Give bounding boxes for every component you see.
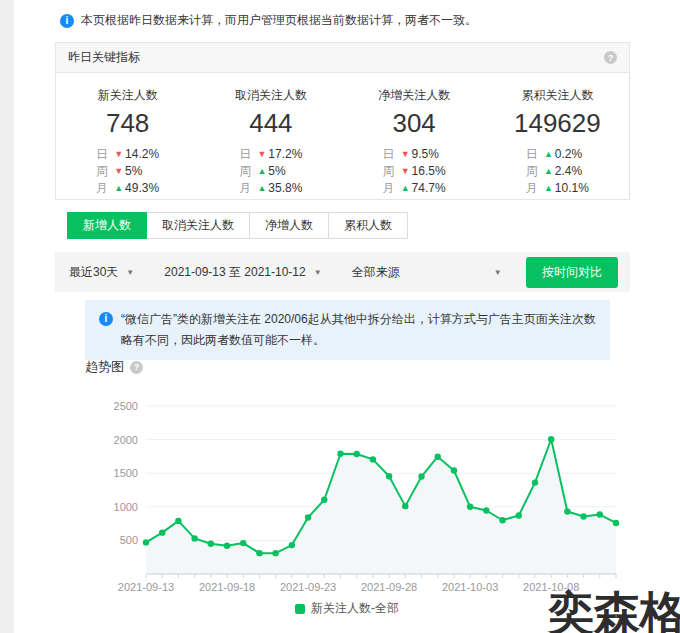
trend-chart-title: 趋势图 [85,358,124,376]
metric-value: 748 [106,108,149,139]
arrow-up-icon: ▲ [542,180,555,197]
trend-period: 周 [383,163,399,180]
trend-period: 月 [526,180,542,197]
filter-bar: 最近30天 ▼ 2021-09-13 至 2021-10-12 ▼ 全部来源 ▼… [55,252,630,292]
metric-tabs: 新增人数取消关注人数净增人数累积人数 [67,212,408,239]
trend-period: 周 [96,163,112,180]
trend-period: 周 [526,163,542,180]
metric-trends: 日▼17.2%周▲5%月▲35.8% [239,146,302,197]
metrics-card-body: 新关注人数748日▼14.2%周▼5%月▲49.3%取消关注人数444日▼17.… [56,73,629,197]
trend-value: 9.5% [412,146,439,163]
trend-line-chart: 50010001500200025002021-09-132021-09-182… [100,384,630,608]
trend-period: 月 [239,180,255,197]
trend-period: 周 [239,163,255,180]
question-mark-icon[interactable]: ? [130,361,143,374]
trend-chart-header: 趋势图 ? [85,358,143,376]
metrics-card-title: 昨日关键指标 [68,49,140,66]
sidebar-edge [0,0,14,633]
svg-text:2021-09-13: 2021-09-13 [118,581,174,593]
trend-value: 49.3% [125,180,159,197]
arrow-up-icon: ▲ [255,163,268,180]
trend-line-chart-svg: 50010001500200025002021-09-132021-09-182… [100,384,630,608]
svg-text:1500: 1500 [114,467,138,479]
svg-text:2021-10-03: 2021-10-03 [442,581,498,593]
top-notice: i 本页根据昨日数据来计算，而用户管理页根据当前数据计算，两者不一致。 [60,12,680,29]
trend-row: 周▲2.4% [526,163,589,180]
trend-value: 16.5% [412,163,446,180]
info-icon: i [60,14,74,28]
metric-label: 取消关注人数 [235,87,307,104]
metric-label: 新关注人数 [98,87,158,104]
tab-4[interactable]: 累积人数 [328,212,408,239]
legend-label: 新关注人数-全部 [311,600,399,617]
trend-row: 日▼17.2% [239,146,302,163]
trend-row: 月▲35.8% [239,180,302,197]
arrow-down-icon: ▼ [399,146,412,163]
arrow-up-icon: ▲ [542,146,555,163]
chevron-down-icon: ▼ [494,268,502,277]
legend-swatch-icon [295,604,305,614]
arrow-down-icon: ▼ [255,146,268,163]
trend-value: 5% [268,163,285,180]
trend-row: 周▼16.5% [383,163,446,180]
trend-period: 日 [239,146,255,163]
arrow-up-icon: ▲ [542,163,555,180]
chevron-down-icon: ▼ [314,268,322,277]
date-range-dropdown[interactable]: 2021-09-13 至 2021-10-12 ▼ [164,264,321,281]
trend-row: 周▼5% [96,163,159,180]
svg-text:2021-09-23: 2021-09-23 [280,581,336,593]
question-mark-icon[interactable]: ? [604,51,617,64]
metric-trends: 日▲0.2%周▲2.4%月▲10.1% [526,146,589,197]
trend-value: 14.2% [125,146,159,163]
metric-column: 取消关注人数444日▼17.2%周▲5%月▲35.8% [199,87,342,197]
trend-row: 日▲0.2% [526,146,589,163]
yesterday-key-metrics-card: 昨日关键指标 ? 新关注人数748日▼14.2%周▼5%月▲49.3%取消关注人… [55,42,630,200]
compare-by-time-button[interactable]: 按时间对比 [526,257,618,288]
arrow-up-icon: ▲ [112,180,125,197]
trend-period: 月 [96,180,112,197]
trend-value: 2.4% [555,163,582,180]
trend-value: 17.2% [268,146,302,163]
arrow-down-icon: ▼ [112,163,125,180]
metric-trends: 日▼14.2%周▼5%月▲49.3% [96,146,159,197]
trend-row: 月▲10.1% [526,180,589,197]
tab-3[interactable]: 净增人数 [249,212,329,239]
time-range-dropdown[interactable]: 最近30天 ▼ [69,264,134,281]
tab-1[interactable]: 新增人数 [67,212,147,239]
metrics-card-header: 昨日关键指标 ? [56,43,629,73]
trend-row: 周▲5% [239,163,302,180]
svg-text:2021-09-18: 2021-09-18 [199,581,255,593]
trend-period: 日 [526,146,542,163]
svg-text:1000: 1000 [114,501,138,513]
notice-text: 本页根据昨日数据来计算，而用户管理页根据当前数据计算，两者不一致。 [81,12,477,29]
arrow-down-icon: ▼ [112,146,125,163]
chevron-down-icon: ▼ [126,268,134,277]
metric-value: 304 [392,108,435,139]
trend-value: 35.8% [268,180,302,197]
arrow-down-icon: ▼ [399,163,412,180]
trend-value: 10.1% [555,180,589,197]
metric-column: 新关注人数748日▼14.2%周▼5%月▲49.3% [56,87,199,197]
svg-text:2021-09-28: 2021-09-28 [361,581,417,593]
metric-value: 149629 [514,108,601,139]
metric-label: 净增关注人数 [378,87,450,104]
banner-text: “微信广告”类的新增关注在 2020/06起从其他中拆分给出，计算方式与广告主页… [121,309,598,351]
time-range-label: 最近30天 [69,264,118,281]
arrow-up-icon: ▲ [399,180,412,197]
trend-period: 日 [383,146,399,163]
trend-row: 月▲74.7% [383,180,446,197]
watermark: 奕森格 [548,583,680,633]
svg-text:2500: 2500 [114,400,138,412]
source-label: 全部来源 [352,264,400,281]
metric-column: 累积关注人数149629日▲0.2%周▲2.4%月▲10.1% [486,87,629,197]
metric-value: 444 [249,108,292,139]
tab-2[interactable]: 取消关注人数 [146,212,250,239]
metric-label: 累积关注人数 [521,87,593,104]
source-dropdown[interactable]: 全部来源 ▼ [352,264,502,281]
svg-text:2000: 2000 [114,434,138,446]
info-icon: i [99,312,113,326]
trend-value: 0.2% [555,146,582,163]
metric-trends: 日▼9.5%周▼16.5%月▲74.7% [383,146,446,197]
trend-value: 74.7% [412,180,446,197]
trend-row: 月▲49.3% [96,180,159,197]
